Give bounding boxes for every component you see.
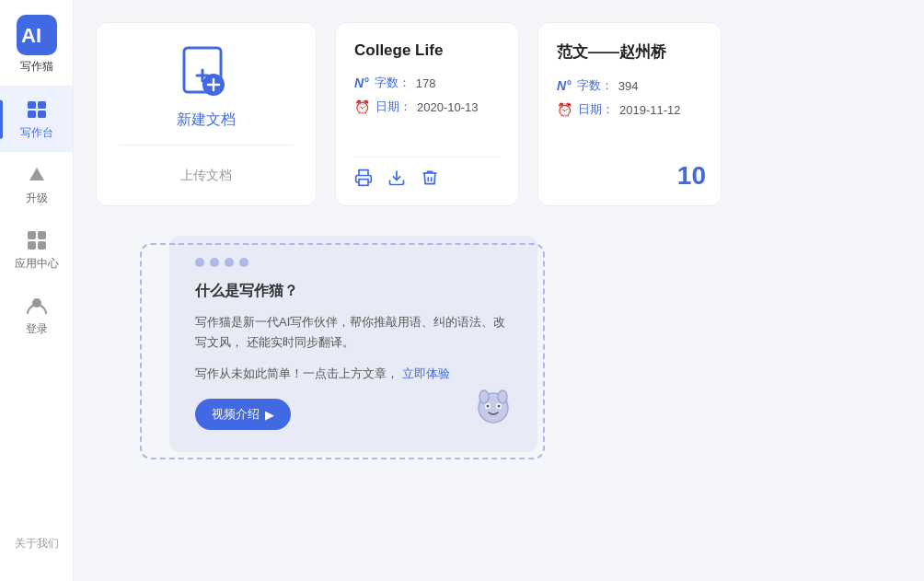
wordcount-icon-0: N°: [354, 76, 369, 90]
new-doc-icon: [177, 44, 236, 103]
cards-row: 新建文档 上传文档 College Life N° 字数： 178 ⏰ 日期： …: [96, 22, 902, 206]
svg-rect-10: [38, 241, 46, 250]
date-label-1: 日期：: [578, 101, 614, 118]
doc-score-1: 10: [677, 161, 706, 191]
play-icon: ▶: [265, 408, 274, 422]
svg-rect-4: [28, 110, 36, 118]
svg-rect-18: [359, 180, 368, 186]
intro-desc2: 还能实时同步翻译。: [247, 335, 354, 349]
svg-marker-6: [29, 168, 44, 180]
main-content: 新建文档 上传文档 College Life N° 字数： 178 ⏰ 日期： …: [74, 0, 924, 581]
sidebar: AI 写作猫 写作台 升级: [0, 0, 74, 581]
date-icon-0: ⏰: [354, 99, 370, 114]
wordcount-value-0: 178: [416, 76, 436, 90]
wordcount-icon-1: N°: [557, 78, 572, 93]
new-doc-label: 新建文档: [177, 110, 236, 130]
active-indicator: [0, 99, 3, 139]
login-icon: [25, 294, 49, 318]
download-button[interactable]: [387, 168, 406, 187]
doc-title-1[interactable]: 范文——赵州桥: [557, 41, 702, 63]
delete-button[interactable]: [421, 168, 439, 187]
upgrade-icon: [25, 163, 49, 187]
doc-title-0[interactable]: College Life: [354, 41, 500, 60]
svg-rect-8: [38, 231, 46, 239]
date-icon-1: ⏰: [557, 102, 572, 117]
sidebar-workspace-label: 写作台: [20, 125, 53, 141]
svg-point-23: [487, 405, 490, 408]
svg-point-26: [498, 390, 507, 403]
sidebar-item-upgrade[interactable]: 升级: [0, 152, 73, 217]
sidebar-item-apps[interactable]: 应用中心: [0, 217, 73, 283]
svg-rect-2: [28, 101, 36, 109]
intro-video-btn[interactable]: 视频介绍 ▶: [195, 399, 291, 430]
intro-wrapper: 什么是写作猫？ 写作猫是新一代AI写作伙伴，帮你推敲用语、纠的语法、改写文风， …: [133, 236, 537, 452]
doc-card-1: 范文——赵州桥 N° 字数： 394 ⏰ 日期： 2019-11-12 10: [537, 22, 722, 206]
logo-text: 写作猫: [20, 59, 53, 75]
intro-title: 什么是写作猫？: [195, 282, 512, 301]
doc-wordcount-0: N° 字数： 178: [354, 75, 500, 91]
about-us-link[interactable]: 关于我们: [15, 529, 59, 559]
dot-2: [210, 258, 219, 267]
doc-actions-0: [354, 157, 500, 187]
sidebar-item-login[interactable]: 登录: [0, 283, 73, 348]
intro-btn-label: 视频介绍: [212, 406, 260, 423]
date-value-0: 2020-10-13: [417, 100, 479, 114]
wordcount-label-1: 字数：: [577, 77, 613, 94]
apps-icon: [25, 228, 49, 252]
svg-rect-5: [38, 110, 46, 118]
date-label-0: 日期：: [375, 99, 411, 115]
doc-card-0: College Life N° 字数： 178 ⏰ 日期： 2020-10-13: [335, 22, 519, 206]
date-value-1: 2019-11-12: [619, 103, 681, 117]
svg-point-24: [498, 405, 501, 408]
sidebar-apps-label: 应用中心: [15, 256, 59, 272]
intro-mascot: [471, 382, 515, 434]
doc-date-1: ⏰ 日期： 2019-11-12: [557, 101, 702, 118]
svg-rect-3: [38, 101, 46, 109]
svg-rect-9: [28, 241, 36, 250]
wordcount-value-1: 394: [618, 79, 639, 93]
intro-panel: 什么是写作猫？ 写作猫是新一代AI写作伙伴，帮你推敲用语、纠的语法、改写文风， …: [169, 236, 537, 452]
svg-text:AI: AI: [21, 24, 41, 47]
doc-date-0: ⏰ 日期： 2020-10-13: [354, 99, 500, 115]
upload-label: 上传文档: [180, 168, 232, 184]
svg-rect-7: [28, 231, 36, 239]
doc-wordcount-1: N° 字数： 394: [557, 77, 702, 94]
print-button[interactable]: [354, 168, 373, 187]
sidebar-login-label: 登录: [26, 321, 48, 337]
intro-dots: [195, 258, 512, 267]
sidebar-item-workspace[interactable]: 写作台: [0, 87, 73, 152]
workspace-icon: [25, 98, 49, 122]
svg-point-25: [479, 390, 489, 403]
dot-1: [195, 258, 204, 267]
dot-4: [239, 258, 248, 267]
upload-divider: [119, 145, 294, 145]
intro-cta-link[interactable]: 立即体验: [402, 366, 450, 380]
new-doc-card[interactable]: 新建文档 上传文档: [96, 22, 317, 206]
intro-cta-text: 写作从未如此简单！一点击上方文章，: [195, 366, 398, 380]
wordcount-label-0: 字数：: [375, 75, 410, 91]
dot-3: [225, 258, 234, 267]
intro-desc: 写作猫是新一代AI写作伙伴，帮你推敲用语、纠的语法、改写文风， 还能实时同步翻译…: [195, 312, 512, 353]
sidebar-upgrade-label: 升级: [26, 191, 48, 206]
logo-icon: AI: [17, 15, 57, 55]
sidebar-bottom: 关于我们: [0, 529, 73, 581]
intro-cta: 写作从未如此简单！一点击上方文章， 立即体验: [195, 364, 512, 384]
logo-section: AI 写作猫: [0, 0, 73, 87]
